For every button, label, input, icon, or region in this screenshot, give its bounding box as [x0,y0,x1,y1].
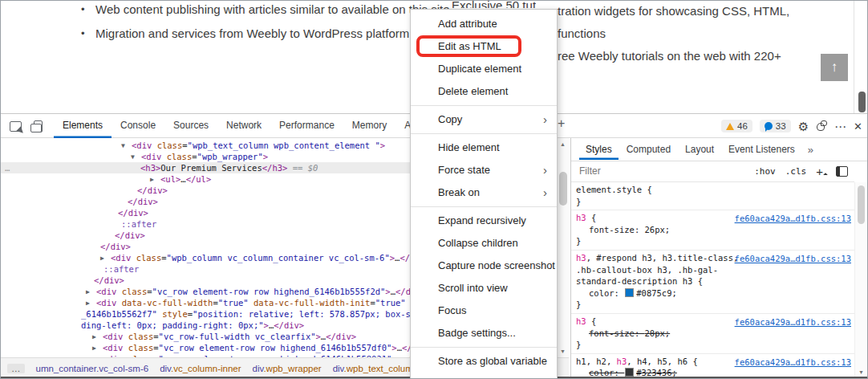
tab-network[interactable]: Network [217,114,270,138]
list-item: • Migration and services from Weebly to … [81,26,450,40]
sidebar-tab-bar: StylesComputedLayoutEvent Listeners» [571,138,867,161]
style-rule: fe60aca429a…d1fb.css:13h3 {font-size: 20… [571,314,854,354]
close-icon[interactable]: ✕ [854,121,862,132]
device-toolbar-icon[interactable] [30,118,46,134]
menu-item-expand-recursively[interactable]: Expand recursively [411,210,557,232]
row-options-icon[interactable]: … [5,162,10,173]
sidebar-tab-styles[interactable]: Styles [579,139,619,160]
tab-sources[interactable]: Sources [164,114,217,138]
style-rule: fe60aca429a…d1fb.css:13h1, h2, h3, h4, h… [571,354,854,378]
menu-item-badge-settings[interactable]: Badge settings... [411,322,557,344]
inspect-element-icon[interactable] [7,118,23,134]
menu-item-force-state[interactable]: Force state› [411,159,557,181]
css-property[interactable]: font-size: 20px; [576,328,851,340]
stylesheet-link[interactable]: fe60aca429a…d1fb.css:13 [735,357,851,369]
scrollbar-down-icon[interactable]: ▼ [855,369,867,375]
rule-selector[interactable]: standard-description h3 { [576,275,851,287]
page-scrollbar-track [854,1,854,113]
menu-item-delete-element[interactable]: Delete element [411,80,557,103]
rule-selector[interactable]: .hb-callout-box h3, .hb-gal- [576,264,851,276]
menu-item-break-on[interactable]: Break on› [411,181,557,204]
scrollbar-thumb[interactable] [559,172,567,206]
menu-item-scroll-into-view[interactable]: Scroll into view [411,277,557,300]
menu-item-label: Collapse children [438,237,518,249]
css-rules-list: element.style {}fe60aca429a…d1fb.css:13h… [571,182,854,378]
menu-item-add-attribute[interactable]: Add attribute [411,13,557,35]
stylesheet-link[interactable]: fe60aca429a…d1fb.css:13 [735,316,851,328]
style-rule: fe60aca429a…d1fb.css:13h3 {font-size: 26… [571,210,854,251]
scroll-to-top-button[interactable]: ↑ [821,54,848,81]
menu-item-edit-as-html[interactable]: Edit as HTML [411,35,557,58]
tab-memory[interactable]: Memory [343,114,395,138]
menu-item-label: Force state [438,164,490,176]
style-rule: fe60aca429a…d1fb.css:13h3, #respond h3, … [571,251,854,314]
more-icon[interactable]: ⋯ [834,120,846,132]
browser-window: • Web content publishing with articles s… [0,0,868,379]
tab-console[interactable]: Console [112,114,164,138]
rule-close-brace: } [576,299,851,311]
clipped-text-fragment: Exclusive 50 tut [452,1,536,8]
scrollbar-thumb[interactable] [858,185,865,224]
new-style-rule-button[interactable]: + [816,165,826,178]
sidebar-tab-event-listeners[interactable]: Event Listeners [722,139,801,160]
toolbar-right-cluster: 46 33 ⚙ ⋯ ✕ [721,114,862,138]
rule-close-brace: } [576,235,851,247]
issues-count: 33 [776,121,786,131]
tab-elements[interactable]: Elements [54,114,112,138]
breadcrumb-item[interactable]: div.vc_column-inner [160,364,241,373]
menu-item-label: Capture node screenshot [438,259,555,271]
warnings-count: 46 [737,121,748,131]
menu-item-store-as-global-variable[interactable]: Store as global variable [411,350,557,373]
breadcrumb-overflow-button[interactable]: … [7,364,25,373]
class-toggle-button[interactable]: .cls [785,166,807,177]
warnings-badge[interactable]: 46 [721,120,752,132]
more-sidebar-tabs-icon[interactable]: » [803,144,818,156]
menu-item-label: Duplicate element [438,63,521,75]
css-property[interactable]: color: #0875c9; [576,287,851,300]
menu-item-capture-node-screenshot[interactable]: Capture node screenshot [411,255,557,277]
bullet-text: Migration and services from Weebly to Wo… [95,26,409,40]
tab-performance[interactable]: Performance [270,114,343,138]
filter-input[interactable] [578,165,744,177]
page-scrollbar-thumb[interactable] [858,92,866,112]
sidebar-tab-layout[interactable]: Layout [679,139,720,160]
styles-scrollbar[interactable]: ▼ [854,182,867,378]
bullet-text: Web content publishing with articles sim… [95,2,450,16]
menu-item-label: Badge settings... [438,327,516,339]
color-swatch[interactable] [625,288,634,297]
breadcrumb-item[interactable]: umn_container.vc_col-sm-6 [36,364,149,373]
more-tabs-icon[interactable]: + [558,116,565,131]
scrollbar-down-icon[interactable]: ▼ [557,348,569,354]
sidebar-toggle-icon[interactable] [836,166,848,177]
breadcrumb-item[interactable]: div.wpb_wrapper [253,364,322,373]
scrollbar-up-icon[interactable]: ▲ [557,141,569,147]
sidebar-tab-computed[interactable]: Computed [620,139,677,160]
menu-item-duplicate-element[interactable]: Duplicate element [411,58,557,80]
menu-item-label: Edit as HTML [438,40,501,52]
submenu-arrow-icon: › [543,181,547,204]
menu-item-hide-element[interactable]: Hide element [411,137,557,159]
menu-item-collapse-children[interactable]: Collapse children [411,232,557,255]
menu-item-focus[interactable]: Focus [411,300,557,322]
gear-icon[interactable]: ⚙ [798,120,809,132]
menu-separator [411,206,557,207]
elements-scrollbar[interactable]: ▲ ▼ [556,138,569,357]
color-swatch[interactable] [625,368,634,377]
css-property[interactable]: font-size: 26px; [576,224,851,236]
menu-item-label: Hide element [438,141,500,153]
page-text-fragment: tration widgets for showcasing CSS, HTML… [558,4,830,18]
warning-icon [726,123,734,130]
issues-badge[interactable]: 33 [760,120,791,132]
rule-close-brace: } [576,339,851,351]
context-menu: Add attributeEdit as HTMLDuplicate eleme… [410,9,558,379]
menu-item-label: Expand recursively [438,214,526,226]
hover-state-button[interactable]: :hov [754,166,776,177]
menu-item-label: Break on [438,186,480,198]
stylesheet-link[interactable]: fe60aca429a…d1fb.css:13 [735,213,851,225]
stylesheet-link[interactable]: fe60aca429a…d1fb.css:13 [735,253,851,265]
feedback-icon[interactable] [816,120,827,132]
rule-selector[interactable]: element.style { [576,184,851,196]
issues-icon [765,122,773,130]
menu-item-copy[interactable]: Copy› [411,108,557,131]
styles-sidebar: StylesComputedLayoutEvent Listeners» :ho… [570,138,867,378]
